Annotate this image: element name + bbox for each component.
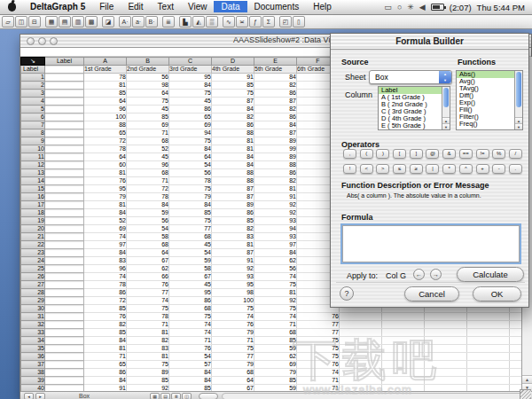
menu-edit[interactable]: Edit [121, 1, 150, 12]
row-header-25[interactable]: 25 [21, 265, 45, 273]
data-cell[interactable]: 75 [169, 137, 212, 145]
label-cell[interactable] [45, 121, 84, 129]
data-cell[interactable]: 83 [84, 257, 127, 265]
row-header-36[interactable]: 36 [21, 353, 45, 361]
row-header-21[interactable]: 21 [21, 233, 45, 241]
data-cell[interactable]: 86 [254, 113, 297, 121]
scroll-up-arrow[interactable]: ▲ [515, 117, 522, 123]
dialog-title[interactable]: Formula Builder [331, 34, 528, 50]
label-cell[interactable] [45, 337, 84, 345]
data-cell[interactable]: 64 [84, 153, 127, 161]
operator-button[interactable]: ( [360, 149, 373, 159]
data-cell[interactable]: 45 [169, 241, 212, 249]
data-cell[interactable]: 68 [212, 369, 254, 377]
menu-help[interactable]: Help [306, 1, 339, 12]
data-cell[interactable]: 97 [84, 241, 127, 249]
label-cell[interactable] [45, 297, 84, 305]
column-header-label[interactable]: Label [45, 58, 84, 66]
data-cell[interactable]: 77 [169, 225, 212, 233]
data-cell[interactable]: 96 [84, 265, 127, 273]
list-view-icon[interactable]: ≣ [171, 393, 181, 399]
data-view-icon[interactable]: ▦ [150, 393, 160, 399]
data-cell[interactable]: 82 [127, 337, 169, 345]
data-cell[interactable]: 52 [127, 145, 169, 153]
data-cell[interactable] [467, 337, 510, 345]
data-cell[interactable]: 81 [254, 289, 297, 297]
data-cell[interactable]: 91 [254, 193, 297, 201]
data-cell[interactable]: 85 [212, 82, 254, 90]
label-cell[interactable] [45, 233, 84, 241]
data-cell[interactable]: 74 [297, 369, 340, 377]
row-header-26[interactable]: 26 [21, 273, 45, 281]
data-cell[interactable] [382, 337, 425, 345]
prev-sheet-button[interactable]: ◂ [24, 393, 34, 399]
label-cell[interactable] [45, 90, 84, 98]
row-header-1[interactable]: 1 [21, 74, 45, 82]
battery-icon[interactable] [431, 4, 444, 11]
data-cell[interactable]: 84 [169, 145, 212, 153]
data-cell[interactable]: 91 [212, 74, 254, 82]
column-name-header[interactable]: 4th Grade [212, 66, 254, 74]
data-cell[interactable]: 86 [84, 369, 127, 377]
row-header-5[interactable]: 5 [21, 106, 45, 113]
row-header-17[interactable]: 17 [21, 201, 45, 209]
data-cell[interactable]: 84 [254, 74, 297, 82]
data-cell[interactable]: 85 [84, 90, 127, 98]
data-cell[interactable]: 76 [297, 361, 340, 369]
data-cell[interactable]: 79 [84, 193, 127, 201]
data-cell[interactable]: 58 [127, 233, 169, 241]
data-cell[interactable]: 95 [169, 74, 212, 82]
column-list-item[interactable]: E ( 5th Grade ) [379, 122, 442, 129]
data-cell[interactable]: 95 [212, 281, 254, 289]
label-cell[interactable] [45, 217, 84, 225]
data-cell[interactable]: 71 [212, 337, 254, 345]
label-cell[interactable] [45, 329, 84, 337]
data-cell[interactable]: 68 [254, 329, 297, 337]
data-cell[interactable]: 84 [254, 121, 297, 129]
label-cell[interactable] [45, 209, 84, 217]
data-cell[interactable]: 71 [127, 129, 169, 137]
data-cell[interactable]: 75 [254, 281, 297, 289]
data-cell[interactable]: 69 [169, 121, 212, 129]
row-header-27[interactable]: 27 [21, 281, 45, 289]
operator-button[interactable]: | [426, 164, 439, 174]
window-icon[interactable]: ◰ [279, 16, 292, 27]
row-header-28[interactable]: 28 [21, 289, 45, 297]
label-cell[interactable] [45, 169, 84, 177]
label-cell[interactable] [45, 353, 84, 361]
column-header-d[interactable]: D [212, 58, 254, 66]
data-cell[interactable]: 84 [254, 249, 297, 257]
data-cell[interactable]: 77 [297, 321, 340, 329]
new-document-icon[interactable]: ▱ [2, 16, 14, 27]
data-cell[interactable]: 84 [169, 201, 212, 209]
menu-deltagraph-5[interactable]: DeltaGraph 5 [23, 1, 92, 12]
data-cell[interactable]: 96 [84, 106, 127, 113]
rotate-chart-icon[interactable]: ◭ [192, 16, 205, 27]
align-icon[interactable]: ≣ [162, 16, 175, 27]
data-cell[interactable]: 45 [169, 281, 212, 289]
data-cell[interactable]: 79 [212, 361, 254, 369]
data-cell[interactable]: 76 [127, 281, 169, 289]
horizontal-scrollbar[interactable] [222, 393, 531, 399]
data-cell[interactable] [467, 329, 510, 337]
row-header-31[interactable]: 31 [21, 313, 45, 321]
zoom-button[interactable] [50, 37, 58, 45]
data-cell[interactable]: 75 [127, 98, 169, 106]
operator-button[interactable]: @ [426, 149, 439, 159]
data-cell[interactable]: 54 [169, 353, 212, 361]
data-cell[interactable]: 75 [169, 185, 212, 193]
label-cell[interactable] [45, 129, 84, 137]
row-header-13[interactable]: 13 [21, 169, 45, 177]
apply-prev-button[interactable]: ← [413, 269, 425, 280]
data-cell[interactable] [382, 353, 425, 361]
row-header-12[interactable]: 12 [21, 161, 45, 169]
data-cell[interactable]: 84 [212, 161, 254, 169]
curve-fit-icon[interactable]: ∿ [223, 16, 235, 27]
menu-clock[interactable]: Thu 5:44 PM [477, 3, 525, 12]
label-cell[interactable] [45, 361, 84, 369]
chart-view-icon[interactable]: ▤ [160, 393, 170, 399]
data-cell[interactable]: 93 [212, 273, 254, 281]
data-cell[interactable]: 81 [212, 137, 254, 145]
row-header-16[interactable]: 16 [21, 193, 45, 201]
data-cell[interactable]: 89 [127, 369, 169, 377]
